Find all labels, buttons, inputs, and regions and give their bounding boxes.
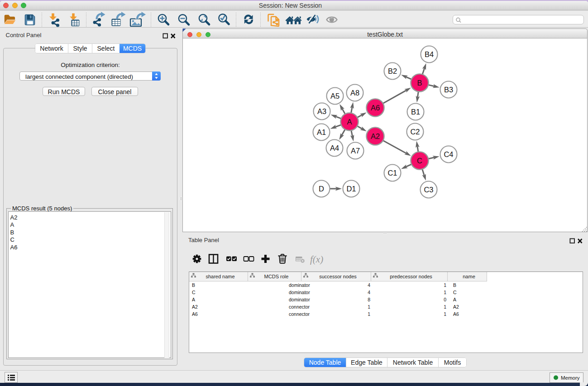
svg-text:B2: B2 xyxy=(388,67,397,75)
svg-text:C: C xyxy=(417,157,422,165)
svg-text:C4: C4 xyxy=(444,150,453,158)
svg-text:B: B xyxy=(417,79,422,87)
svg-text:D: D xyxy=(319,185,324,193)
svg-text:Memory: Memory xyxy=(561,375,580,381)
svg-text:C1: C1 xyxy=(387,169,397,177)
svg-text:f(x): f(x) xyxy=(310,254,323,265)
svg-text:B4: B4 xyxy=(425,50,434,58)
svg-text:A1: A1 xyxy=(317,128,326,136)
svg-text:A5: A5 xyxy=(330,92,339,100)
svg-text:A3: A3 xyxy=(317,107,326,115)
svg-text:C3: C3 xyxy=(424,186,433,194)
svg-text:A: A xyxy=(347,118,352,126)
svg-text:D1: D1 xyxy=(346,185,356,193)
svg-text:A8: A8 xyxy=(350,89,359,97)
svg-text:B1: B1 xyxy=(411,108,420,116)
svg-text:A7: A7 xyxy=(351,147,360,155)
svg-text:A4: A4 xyxy=(330,144,339,152)
svg-text:B3: B3 xyxy=(444,86,453,94)
svg-text:A6: A6 xyxy=(371,104,380,112)
svg-text:C2: C2 xyxy=(410,128,420,136)
svg-text:A2: A2 xyxy=(371,132,380,140)
